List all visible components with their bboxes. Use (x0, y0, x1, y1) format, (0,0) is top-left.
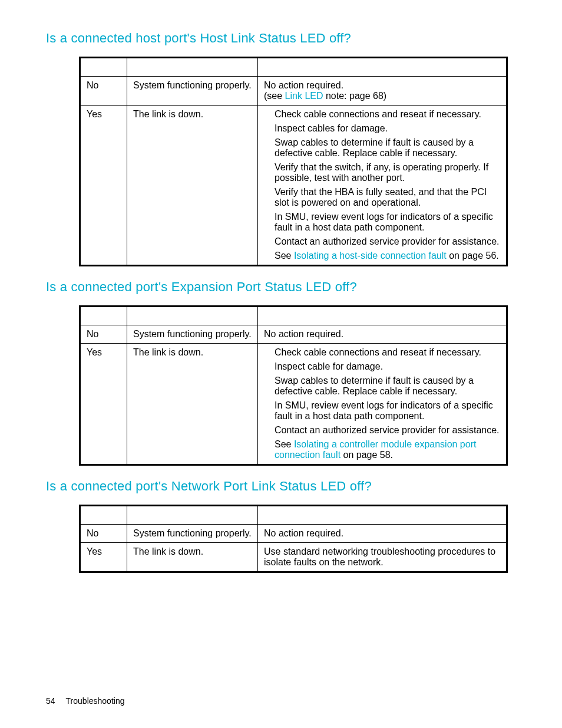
answer-cell: No (80, 325, 127, 344)
table-header-row (80, 506, 507, 525)
list-item: Check cable connections and reseat if ne… (275, 347, 500, 358)
list-item: In SMU, review event logs for indicators… (275, 400, 500, 421)
status-cell: System functioning properly. (127, 77, 258, 106)
table-host-link: No System functioning properly. No actio… (79, 57, 508, 266)
page-number: 54 (46, 696, 55, 706)
status-cell: System functioning properly. (127, 325, 258, 344)
list-item: See Isolating a controller module expans… (275, 439, 500, 460)
action-list: Check cable connections and reseat if ne… (264, 109, 500, 261)
section-heading: Is a connected host port's Host Link Sta… (46, 31, 516, 46)
answer-cell: Yes (80, 344, 127, 465)
action-cell: Check cable connections and reseat if ne… (258, 106, 507, 266)
action-cell: No action required. (see Link LED note: … (258, 77, 507, 106)
list-item: Check cable connections and reseat if ne… (275, 109, 500, 120)
see-suffix: on page 58. (340, 450, 393, 460)
list-item: Contact an authorized service provider f… (275, 236, 500, 247)
see-suffix: on page 56. (447, 251, 499, 261)
page-footer: 54Troubleshooting (46, 696, 124, 706)
list-item: Inspect cables for damage. (275, 123, 500, 134)
section-heading: Is a connected port's Network Port Link … (46, 479, 516, 494)
list-item: Swap cables to determine if fault is cau… (275, 137, 500, 159)
table-expansion-port: No System functioning properly. No actio… (79, 305, 508, 466)
answer-cell: Yes (80, 543, 127, 572)
table-header-row (80, 58, 507, 77)
table-header-row (80, 307, 507, 325)
table-row: No System functioning properly. No actio… (80, 525, 507, 543)
answer-cell: Yes (80, 106, 127, 266)
see-prefix: See (275, 251, 294, 261)
list-item: Contact an authorized service provider f… (275, 425, 500, 436)
table-row: No System functioning properly. No actio… (80, 325, 507, 344)
list-item: Inspect cable for damage. (275, 361, 500, 372)
table-row: Yes The link is down. Check cable connec… (80, 344, 507, 465)
list-item: Verify that the switch, if any, is opera… (275, 162, 500, 183)
footer-section: Troubleshooting (66, 696, 125, 706)
table-row: Yes The link is down. Use standard netwo… (80, 543, 507, 572)
action-cell: Use standard networking troubleshooting … (258, 543, 507, 572)
list-item: See Isolating a host-side connection fau… (275, 251, 500, 261)
list-item: Verify that the HBA is fully seated, and… (275, 187, 500, 208)
answer-cell: No (80, 525, 127, 543)
link-xref[interactable]: Link LED (285, 91, 323, 101)
table-row: Yes The link is down. Check cable connec… (80, 106, 507, 266)
page: Is a connected host port's Host Link Sta… (0, 0, 562, 728)
list-item: In SMU, review event logs for indicators… (275, 212, 500, 233)
section-heading: Is a connected port's Expansion Port Sta… (46, 279, 516, 295)
link-xref[interactable]: Isolating a host-side connection fault (294, 251, 447, 261)
action-cell: No action required. (258, 325, 507, 344)
action-text: No action required. (264, 80, 343, 90)
action-list: Check cable connections and reseat if ne… (264, 347, 500, 460)
action-extra-prefix: (see (264, 91, 285, 101)
action-cell: Check cable connections and reseat if ne… (258, 344, 507, 465)
action-extra-suffix: note: page 68) (323, 91, 387, 101)
status-cell: The link is down. (127, 543, 258, 572)
status-cell: The link is down. (127, 106, 258, 266)
table-network-port: No System functioning properly. No actio… (79, 505, 508, 573)
list-item: Swap cables to determine if fault is cau… (275, 375, 500, 397)
answer-cell: No (80, 77, 127, 106)
see-prefix: See (275, 439, 294, 449)
table-row: No System functioning properly. No actio… (80, 77, 507, 106)
status-cell: System functioning properly. (127, 525, 258, 543)
action-cell: No action required. (258, 525, 507, 543)
status-cell: The link is down. (127, 344, 258, 465)
